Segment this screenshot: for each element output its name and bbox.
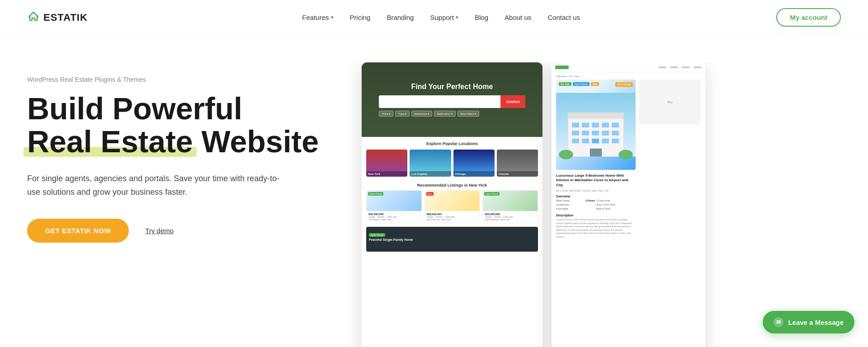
svg-rect-8 xyxy=(572,131,579,136)
stat-item: 4 full baths xyxy=(556,207,595,210)
svg-rect-15 xyxy=(592,139,599,144)
stat-item: Area: 5,372 Sq ft xyxy=(597,203,636,206)
mockup-desc-text: A state of the art chef's kitchen featur… xyxy=(556,218,636,239)
mockup-sec-content: For Sale Open House New BUY NOW Luxuriou… xyxy=(552,80,705,347)
mockup-property-tags: For Sale Open House New xyxy=(559,82,599,86)
main-nav: Features ▾ Pricing Branding Support ▾ Bl… xyxy=(106,14,777,21)
logo[interactable]: ESTATIK xyxy=(27,10,88,25)
my-account-button[interactable]: My account xyxy=(776,8,841,27)
mockup-desc-title: Description xyxy=(556,214,636,217)
header: ESTATIK Features ▾ Pricing Branding Supp… xyxy=(0,0,868,35)
svg-rect-17 xyxy=(612,139,619,144)
filter-chip: More filters ▾ xyxy=(458,111,479,117)
secondary-preview-card: Wiltshire > Pro Site > ... xyxy=(552,62,705,347)
chevron-down-icon: ▾ xyxy=(331,14,334,20)
svg-rect-6 xyxy=(602,123,609,128)
stat-item: Work Family 2 Floors xyxy=(556,199,595,202)
nav-item-support[interactable]: Support ▾ xyxy=(430,14,458,21)
mockup-breadcrumb: Wiltshire > Pro Site > ... xyxy=(552,72,705,80)
hero-content: WordPress Real Estate Plugins & Themes B… xyxy=(27,62,335,243)
svg-rect-7 xyxy=(612,123,619,128)
svg-rect-13 xyxy=(572,139,579,144)
main-preview-card: Find Your Perfect Home SEARCH Price ▾ Ty… xyxy=(362,62,542,347)
stat-item: 1 Floor level xyxy=(597,199,636,202)
svg-point-20 xyxy=(618,150,633,159)
mockup-listings-grid: Open House $26,295,000 4 beds · 3 baths … xyxy=(362,190,542,227)
logo-text: ESTATIK xyxy=(43,12,88,23)
mockup-sec-logo xyxy=(555,66,569,69)
listing-card: Open House $26,295,838 3 beds · 2 baths … xyxy=(482,190,538,223)
svg-rect-5 xyxy=(592,123,599,128)
svg-rect-12 xyxy=(612,131,619,136)
chevron-down-icon: ▾ xyxy=(456,14,458,20)
mockup-hero-title: Find Your Perfect Home xyxy=(411,83,493,91)
location-card-or: Orlando xyxy=(497,150,538,177)
mockup-property-image: For Sale Open House New BUY NOW xyxy=(556,80,636,170)
svg-rect-3 xyxy=(572,123,579,128)
mockup-property-title: Luxurious Large 9 Bedroom Home With Kitc… xyxy=(556,174,636,188)
filter-chip: Type ▾ xyxy=(395,111,410,117)
listing-image: Open House xyxy=(367,191,421,211)
mockup-map-placeholder: Map xyxy=(639,80,701,125)
listing-image: New xyxy=(425,191,480,211)
message-icon: ✉ xyxy=(774,317,783,327)
mockup-hero-section: Find Your Perfect Home SEARCH Price ▾ Ty… xyxy=(362,62,542,137)
hero-title: Build Powerful Real Estate Website xyxy=(27,92,335,159)
nav-item-branding[interactable]: Branding xyxy=(387,14,414,21)
location-card-la: Los Angeles xyxy=(410,150,451,177)
filter-chip: Bedrooms ▾ xyxy=(411,111,432,117)
svg-rect-14 xyxy=(582,139,589,144)
svg-rect-2 xyxy=(568,113,623,119)
location-card-ch: Chicago xyxy=(453,150,495,177)
home-icon xyxy=(27,10,40,25)
mockup-open-house: Open House Peaceful Single-Family Home xyxy=(366,227,538,252)
mockup-locations-title: Explore Popular Locations xyxy=(362,137,542,150)
mockup-sec-header xyxy=(552,62,705,72)
nav-item-contact[interactable]: Contact us xyxy=(547,14,580,21)
stat-item: 5 bedrooms xyxy=(556,203,595,206)
leave-message-button[interactable]: ✉ Leave a Message xyxy=(763,311,854,333)
listing-card: Open House $26,295,000 4 beds · 3 baths … xyxy=(366,190,422,223)
mockup-overview-title: Overview xyxy=(556,195,636,198)
stat-item: Built in 2003 xyxy=(597,207,636,210)
mockup-search-input xyxy=(379,95,500,108)
nav-item-features[interactable]: Features ▾ xyxy=(302,14,333,21)
mockup-search-bar: SEARCH xyxy=(379,95,525,108)
svg-rect-18 xyxy=(590,149,602,157)
svg-rect-10 xyxy=(592,131,599,136)
svg-point-19 xyxy=(559,150,573,159)
nav-item-blog[interactable]: Blog xyxy=(475,14,488,21)
mockup-sec-nav xyxy=(658,66,702,68)
filter-chip: Price ▾ xyxy=(379,111,393,117)
hero-highlight: Real Estate xyxy=(27,124,193,159)
mockup-locations-grid: New York Los Angeles Chicago Orlando xyxy=(362,150,542,180)
mockup-main: Find Your Perfect Home SEARCH Price ▾ Ty… xyxy=(362,62,542,347)
mockup-filters: Price ▾ Type ▾ Bedrooms ▾ Bathrooms ▾ Mo… xyxy=(379,111,525,117)
filter-chip: Bathrooms ▾ xyxy=(434,111,456,117)
svg-rect-16 xyxy=(602,139,609,144)
nav-item-about[interactable]: About us xyxy=(505,14,531,21)
mockup-sec-right: Map xyxy=(639,80,701,347)
svg-rect-11 xyxy=(602,131,609,136)
hero-images: Find Your Perfect Home SEARCH Price ▾ Ty… xyxy=(335,62,841,347)
svg-rect-9 xyxy=(582,131,589,136)
svg-rect-4 xyxy=(582,123,589,128)
hero-section: WordPress Real Estate Plugins & Themes B… xyxy=(0,35,868,347)
mockup-price-tag: BUY NOW xyxy=(615,82,633,87)
get-estatik-button[interactable]: GET ESTATIK NOW xyxy=(27,219,129,243)
mockup-stats: Work Family 2 Floors 1 Floor level 5 bed… xyxy=(556,199,636,210)
mockup-property-address: 00 1 (000) 000-0000 / Street, New York, … xyxy=(556,189,636,192)
mockup-search-button: SEARCH xyxy=(500,95,525,108)
mockup-sec-left: For Sale Open House New BUY NOW Luxuriou… xyxy=(556,80,636,347)
listing-card: New $58,928,003 5 beds · 4 baths · 3,200… xyxy=(425,190,480,223)
location-card-ny: New York xyxy=(366,150,407,177)
hero-description: For single agents, agencies and portals.… xyxy=(27,172,289,199)
nav-item-pricing[interactable]: Pricing xyxy=(350,14,371,21)
hero-subtitle: WordPress Real Estate Plugins & Themes xyxy=(27,76,335,83)
mockup-secondary: Wiltshire > Pro Site > ... xyxy=(552,62,705,347)
hero-actions: GET ESTATIK NOW Try demo xyxy=(27,219,335,243)
try-demo-link[interactable]: Try demo xyxy=(145,227,174,234)
listing-image: Open House xyxy=(483,191,538,211)
mockup-listings-title: Recommended Listings in New York xyxy=(362,180,542,190)
